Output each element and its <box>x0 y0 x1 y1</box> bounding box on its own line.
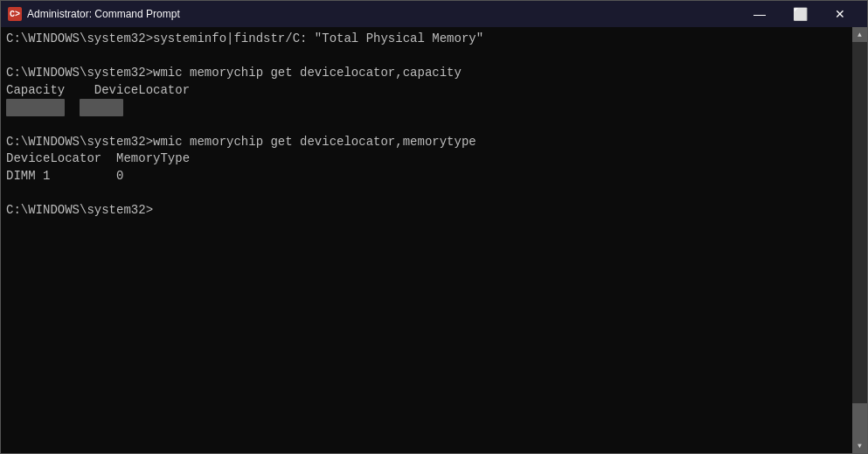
terminal-output[interactable]: C:\WINDOWS\system32>systeminfo|findstr/C… <box>1 27 852 453</box>
line-3: Capacity DeviceLocator <box>6 83 190 97</box>
line-2: C:\WINDOWS\system32>wmic memorychip get … <box>6 66 462 80</box>
maximize-button[interactable]: ⬜ <box>780 1 820 27</box>
line-4 <box>6 100 123 114</box>
scrollbar-thumb[interactable] <box>852 403 867 438</box>
scrollbar-track[interactable] <box>852 42 867 438</box>
window-icon: C> <box>8 7 22 21</box>
line-5: C:\WINDOWS\system32>wmic memorychip get … <box>6 135 476 149</box>
locator-value <box>80 99 123 116</box>
scroll-down-button[interactable]: ▼ <box>852 438 867 453</box>
terminal-body: C:\WINDOWS\system32>systeminfo|findstr/C… <box>1 27 867 453</box>
scroll-up-button[interactable]: ▲ <box>852 27 867 42</box>
title-bar-text: Administrator: Command Prompt <box>27 8 740 20</box>
window-controls: — ⬜ ✕ <box>740 1 860 27</box>
line-prompt: C:\WINDOWS\system32> <box>6 203 153 217</box>
cmd-window: C> Administrator: Command Prompt — ⬜ ✕ C… <box>0 0 868 454</box>
title-bar: C> Administrator: Command Prompt — ⬜ ✕ <box>1 1 867 27</box>
minimize-button[interactable]: — <box>740 1 780 27</box>
line-1: C:\WINDOWS\system32>systeminfo|findstr/C… <box>6 31 483 45</box>
capacity-value <box>6 99 65 116</box>
line-6: DeviceLocator MemoryType <box>6 151 190 165</box>
close-button[interactable]: ✕ <box>820 1 860 27</box>
scrollbar[interactable]: ▲ ▼ <box>852 27 867 453</box>
line-7: DIMM 1 0 <box>6 169 123 183</box>
